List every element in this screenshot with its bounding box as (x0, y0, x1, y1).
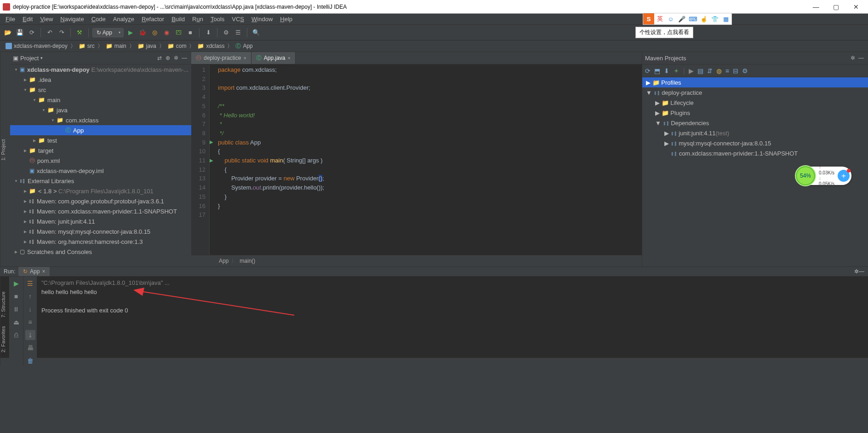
menu-file[interactable]: File (2, 16, 19, 23)
tree-src[interactable]: ▼📁src (10, 85, 191, 95)
crumb-app[interactable]: ⒸApp (233, 42, 255, 50)
ime-face-icon[interactable]: ☺ (665, 13, 676, 24)
code-text[interactable]: package com.xdclass; import com.xdclass.… (210, 64, 642, 255)
close-icon[interactable]: × (42, 268, 45, 275)
print-icon[interactable]: 🖶 (25, 343, 35, 353)
run-tab[interactable]: ↻ App × (18, 267, 50, 276)
ime-mic-icon[interactable]: 🎤 (676, 13, 687, 24)
ime-shirt-icon[interactable]: 👕 (709, 13, 720, 24)
rerun-icon[interactable]: ▶ (11, 278, 21, 289)
toggle-offline-icon[interactable]: ⇵ (707, 67, 713, 75)
attach-icon[interactable]: ⮹ (173, 28, 183, 38)
tree-main[interactable]: ▼📁main (10, 95, 191, 105)
target-icon[interactable]: ⊕ (164, 54, 172, 62)
project-tree[interactable]: ▼▣xdclass-maven-depoy E:\workspace\idea\… (10, 64, 191, 266)
build-icon[interactable]: ⚒ (74, 28, 85, 38)
execute-icon[interactable]: ▤ (697, 67, 703, 75)
left-gutter-project[interactable]: 1: Project (0, 52, 10, 266)
close-button[interactable]: ✕ (847, 3, 865, 11)
collapse-icon[interactable]: ⊟ (733, 67, 738, 75)
menu-analyze[interactable]: Analyze (109, 16, 138, 23)
close-icon[interactable]: × (243, 55, 246, 61)
gear-icon[interactable]: ✲ (172, 54, 180, 62)
tree-m2[interactable]: ▶⫾⫿Maven: com.xdclass:maven-privider:1.1… (10, 206, 191, 216)
menu-help[interactable]: Help (276, 16, 296, 23)
structure-icon[interactable]: ⚙ (221, 28, 231, 38)
skip-tests-icon[interactable]: ◍ (716, 67, 722, 75)
project-panel-title[interactable]: Project (20, 55, 39, 62)
console-output[interactable]: "C:\Program Files\Java\jdk1.8.0_101\bin\… (37, 277, 868, 366)
generate-icon[interactable]: ⬒ (654, 67, 660, 75)
sync-icon[interactable]: ⟳ (27, 28, 37, 38)
collapse-icon[interactable]: ⇄ (155, 54, 164, 62)
stop-icon[interactable]: ■ (185, 28, 195, 38)
menu-vcs[interactable]: VCS (228, 16, 248, 23)
down-arrow-icon[interactable]: ↓ (25, 304, 35, 314)
crumb-main[interactable]: 📁main (103, 43, 129, 49)
ime-widget[interactable]: S 英 ☺ 🎤 ⌨ ☝ 👕 ▦ (643, 13, 732, 25)
tree-pom[interactable]: ⓜpom.xml (10, 156, 191, 166)
crumb-com[interactable]: 📁com (165, 43, 189, 49)
ime-hand-icon[interactable]: ☝ (698, 13, 709, 24)
profile-icon[interactable]: ◉ (161, 28, 171, 38)
close-icon[interactable]: × (288, 55, 291, 61)
save-icon[interactable]: 💾 (15, 28, 25, 38)
code-editor[interactable]: 1234567891011121314151617 ▶ ▶ package co… (191, 64, 642, 255)
mvn-d2[interactable]: ▶ ⫾⫿ mysql:mysql-connector-java:8.0.15 (642, 138, 868, 148)
debug-icon[interactable]: 🐞 (137, 28, 148, 38)
tree-java[interactable]: ▼📁java (10, 105, 191, 115)
up-icon[interactable]: ☰ (25, 278, 35, 289)
tree-jdk[interactable]: ▶📁< 1.8 > C:\Program Files\Java\jdk1.8.0… (10, 186, 191, 196)
sdk-icon[interactable]: ☰ (233, 28, 243, 38)
stop-icon[interactable]: ■ (11, 291, 21, 301)
tree-iml[interactable]: ▣xdclass-maven-depoy.iml (10, 166, 191, 176)
crumb-method[interactable]: main() (240, 258, 255, 264)
menu-tools[interactable]: Tools (207, 16, 228, 23)
menu-run[interactable]: Run (188, 16, 207, 23)
tree-test[interactable]: ▶📁test (10, 135, 191, 145)
hide-icon[interactable]: — (180, 54, 188, 62)
menu-build[interactable]: Build (168, 16, 188, 23)
tree-m4[interactable]: ▶⫾⫿Maven: mysql:mysql-connector-java:8.0… (10, 226, 191, 237)
tree-ext-libs[interactable]: ▼⫾⫿External Libraries (10, 176, 191, 186)
menu-edit[interactable]: Edit (19, 16, 36, 23)
exit-icon[interactable]: ⏏ (11, 317, 21, 327)
tab-deploy-practice[interactable]: ⓜdeploy-practice× (191, 52, 251, 64)
reimport-icon[interactable]: ⟳ (645, 67, 651, 75)
crumb-src[interactable]: 📁src (76, 43, 97, 49)
pause-icon[interactable]: ⏸ (11, 304, 21, 314)
tree-app[interactable]: ⒸApp (10, 125, 191, 135)
menu-code[interactable]: Code (88, 16, 109, 23)
hide-icon[interactable]: — (859, 268, 864, 275)
tree-scratches[interactable]: ▶▢Scratches and Consoles (10, 247, 191, 257)
mvn-root[interactable]: ▼ ⫾⫿ deploy-practice (642, 87, 868, 98)
gauge-add-button[interactable]: ＋ (838, 170, 850, 182)
network-gauge-widget[interactable]: 54% ↑ 0.03K/s ↓ 0.05K/s ＋ (796, 167, 851, 185)
mvn-deps[interactable]: ▼ ⫾⫿ Dependencies (642, 118, 868, 128)
tree-m1[interactable]: ▶⫾⫿Maven: com.google.protobuf:protobuf-j… (10, 196, 191, 206)
redo-icon[interactable]: ↷ (57, 28, 67, 38)
crumb-project[interactable]: xdclass-maven-depoy (3, 43, 70, 49)
crumb-java[interactable]: 📁java (135, 43, 159, 49)
minimize-button[interactable]: — (807, 3, 825, 11)
left-gutter-structure[interactable]: 2: Favorites 7: Structure (0, 277, 9, 366)
mvn-lifecycle[interactable]: ▶ 📁 Lifecycle (642, 98, 868, 108)
settings-icon[interactable]: ⚙ (742, 67, 748, 75)
coverage-icon[interactable]: ◎ (149, 28, 160, 38)
menu-navigate[interactable]: Navigate (57, 16, 87, 23)
run-icon[interactable]: ▶ (689, 67, 694, 75)
crumb-class[interactable]: App (219, 258, 228, 264)
tree-pkg[interactable]: ▼📁com.xdclass (10, 115, 191, 125)
menu-view[interactable]: View (36, 16, 57, 23)
maximize-button[interactable]: ▢ (827, 3, 845, 11)
clear-icon[interactable]: 🗑 (25, 356, 35, 366)
undo-icon[interactable]: ↶ (45, 28, 55, 38)
menu-window[interactable]: Window (248, 16, 276, 23)
mvn-plugins[interactable]: ▶ 📁 Plugins (642, 108, 868, 118)
tab-app-java[interactable]: ⒸApp.java× (251, 52, 296, 64)
mvn-d3[interactable]: ⫾⫿ com.xdclass:maven-privider:1.1-SNAPSH… (642, 148, 868, 158)
download-icon[interactable]: ⬇ (664, 67, 669, 75)
gear-icon[interactable]: ✲ (849, 54, 857, 62)
menu-refactor[interactable]: Refactor (138, 16, 168, 23)
mvn-profiles[interactable]: ▶ 📁 Profiles (642, 77, 868, 87)
